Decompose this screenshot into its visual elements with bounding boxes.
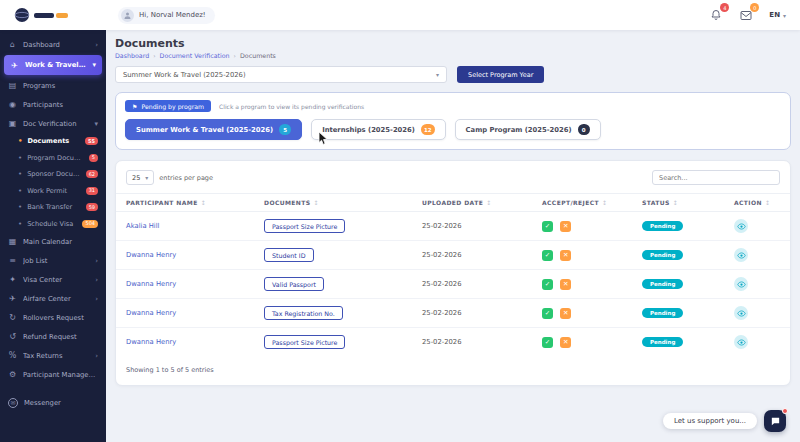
cross-icon: ✕ [563, 222, 568, 230]
sidebar-item-airfare-center[interactable]: ✈ Airfare Center › [0, 289, 106, 308]
sidebar-item-dashboard[interactable]: ⌂ Dashboard › [0, 35, 106, 54]
management-icon: ⚙ [8, 370, 17, 379]
participant-name[interactable]: Dwanna Henry [116, 241, 254, 270]
sidebar: ⌂ Dashboard › ✈ Work & Travel Sys. ▾ ▤ P… [0, 30, 106, 442]
column-header-documents[interactable]: DOCUMENTS↕ [254, 194, 412, 212]
breadcrumb-dashboard[interactable]: Dashboard [115, 52, 149, 59]
reject-button[interactable]: ✕ [560, 308, 571, 319]
sidebar-item-tax-returns[interactable]: % Tax Returns › [0, 346, 106, 365]
sidebar-item-job-list[interactable]: ≡ Job List › [0, 251, 106, 270]
sidebar-item-schedule-visa[interactable]: • Schedule Visa 504 [0, 216, 106, 233]
sidebar-item-sponsor-documents[interactable]: • Sponsor Documents 62 [0, 166, 106, 183]
chevron-right-icon: › [153, 52, 155, 59]
messages-button[interactable]: 0 [739, 8, 753, 22]
work-permit-count-badge: 31 [86, 187, 98, 195]
sidebar-item-work-travel-sys[interactable]: ✈ Work & Travel Sys. ▾ [4, 55, 102, 75]
sidebar-item-work-permit[interactable]: • Work Permit 31 [0, 183, 106, 200]
bullet-icon: • [18, 187, 22, 195]
accept-button[interactable]: ✓ [542, 337, 553, 348]
user-greeting[interactable]: Hi, Norval Mendez! [118, 7, 215, 24]
reject-button[interactable]: ✕ [560, 279, 571, 290]
document-chip[interactable]: Student ID [264, 248, 314, 262]
support-chat-prompt[interactable]: Let us support you... [663, 413, 757, 429]
table-row: Dwanna Henry Student ID 25-02-2026 ✓ ✕ P… [116, 241, 790, 270]
chat-launcher-button[interactable] [764, 410, 786, 432]
chevron-right-icon: › [95, 295, 98, 303]
eye-icon [737, 222, 746, 231]
entries-per-page-select[interactable]: 25 ▾ [126, 170, 154, 185]
entries-per-page-value: 25 [132, 174, 140, 182]
column-header-participant-name[interactable]: PARTICIPANT NAME↕ [116, 194, 254, 212]
sidebar-item-participants[interactable]: ◉ Participants [0, 95, 106, 114]
tax-returns-icon: % [8, 351, 17, 360]
tab-camp-program[interactable]: Camp Program (2025-2026) 0 [455, 119, 601, 140]
pending-by-program-button[interactable]: ⚑ Pending by program [125, 100, 211, 112]
view-button[interactable] [734, 335, 748, 349]
chevron-right-icon: › [95, 352, 98, 360]
column-header-accept-reject[interactable]: ACCEPT/REJECT↕ [532, 194, 632, 212]
column-header-uploaded-date[interactable]: UPLOADED DATE↕ [412, 194, 532, 212]
reject-button[interactable]: ✕ [560, 221, 571, 232]
tab-count-badge: 5 [279, 124, 291, 135]
sidebar-item-documents[interactable]: • Documents 55 [0, 133, 106, 150]
chevron-down-icon: ▾ [92, 61, 96, 69]
bullet-icon: • [18, 203, 22, 211]
sidebar-item-messenger[interactable]: ✉ Messenger [0, 393, 106, 412]
documents-count-badge: 55 [85, 137, 98, 145]
notification-bell-button[interactable]: 4 [709, 8, 723, 22]
sidebar-item-doc-verification[interactable]: ▣ Doc Verification ▾ [0, 114, 106, 133]
sidebar-item-bank-transfer[interactable]: • Bank Transfer 59 [0, 199, 106, 216]
sidebar-item-program-documents[interactable]: • Program Documents 5 [0, 150, 106, 167]
sidebar-item-rollovers-request[interactable]: ↻ Rollovers Request [0, 308, 106, 327]
reject-button[interactable]: ✕ [560, 337, 571, 348]
column-header-status[interactable]: STATUS↕ [632, 194, 724, 212]
sidebar-item-programs[interactable]: ▤ Programs [0, 76, 106, 95]
view-button[interactable] [734, 248, 748, 262]
tab-internships[interactable]: Internships (2025-2026) 12 [311, 119, 445, 140]
eye-icon [737, 251, 746, 260]
app-logo[interactable] [14, 7, 106, 23]
bullet-icon: • [18, 170, 22, 178]
sidebar-item-main-calendar[interactable]: ▦ Main Calendar [0, 232, 106, 251]
participant-name[interactable]: Dwanna Henry [116, 270, 254, 299]
view-button[interactable] [734, 277, 748, 291]
messages-count-badge: 0 [750, 3, 759, 12]
language-selector[interactable]: EN ▾ [769, 11, 786, 19]
accept-button[interactable]: ✓ [542, 279, 553, 290]
document-chip[interactable]: Passport Size Picture [264, 219, 345, 233]
eye-icon [737, 338, 746, 347]
sort-icon: ↕ [201, 199, 206, 206]
document-chip[interactable]: Passport Size Picture [264, 335, 345, 349]
doc-verification-icon: ▣ [8, 119, 17, 128]
tab-summer-work-travel[interactable]: Summer Work & Travel (2025-2026) 5 [125, 119, 302, 140]
cross-icon: ✕ [563, 309, 568, 317]
table-row: Dwanna Henry Tax Registration No. 25-02-… [116, 299, 790, 328]
check-icon: ✓ [545, 222, 550, 230]
accept-button[interactable]: ✓ [542, 308, 553, 319]
job-list-icon: ≡ [8, 256, 17, 265]
entries-per-page-label: entries per page [159, 174, 213, 182]
participant-name[interactable]: Akalia Hill [116, 212, 254, 241]
sidebar-item-participant-management[interactable]: ⚙ Participant Management [0, 365, 106, 384]
sidebar-item-refund-request[interactable]: ↺ Refund Request [0, 327, 106, 346]
column-header-action[interactable]: ACTION↕ [724, 194, 790, 212]
visa-center-icon: ✦ [8, 275, 17, 284]
breadcrumb-document-verification[interactable]: Document Verification [160, 52, 230, 59]
logo-globe-icon [14, 7, 30, 23]
participant-name[interactable]: Dwanna Henry [116, 299, 254, 328]
select-program-year-button[interactable]: Select Program Year [457, 66, 544, 83]
view-button[interactable] [734, 306, 748, 320]
rollovers-icon: ↻ [8, 313, 17, 322]
accept-button[interactable]: ✓ [542, 221, 553, 232]
participant-name[interactable]: Dwanna Henry [116, 328, 254, 357]
reject-button[interactable]: ✕ [560, 250, 571, 261]
eye-icon [737, 309, 746, 318]
search-input[interactable] [652, 170, 780, 185]
accept-button[interactable]: ✓ [542, 250, 553, 261]
view-button[interactable] [734, 219, 748, 233]
uploaded-date: 25-02-2026 [412, 299, 532, 328]
document-chip[interactable]: Tax Registration No. [264, 306, 343, 320]
sidebar-item-visa-center[interactable]: ✦ Visa Center › [0, 270, 106, 289]
program-year-select[interactable]: Summer Work & Travel (2025-2026) ▾ [115, 66, 447, 83]
document-chip[interactable]: Valid Passport [264, 277, 324, 291]
